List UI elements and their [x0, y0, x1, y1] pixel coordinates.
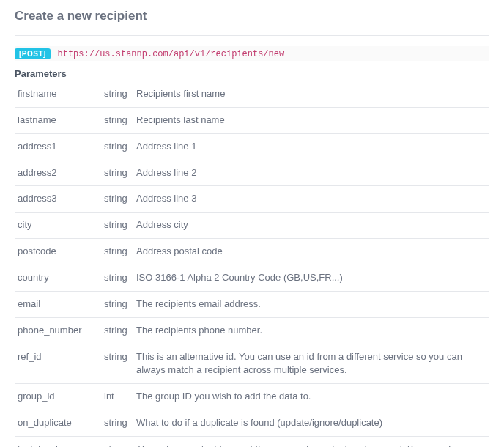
- table-row: group_idintThe group ID you wish to add …: [15, 384, 489, 410]
- param-name: country: [15, 265, 103, 291]
- param-description: Address city: [135, 213, 489, 239]
- param-name: email: [15, 291, 103, 317]
- param-name: lastname: [15, 107, 103, 133]
- param-description: This is an alternative id. You can use a…: [135, 344, 489, 384]
- method-badge: [POST]: [15, 48, 51, 59]
- divider: [15, 35, 489, 36]
- table-row: on_duplicatestringWhat to do if a duplic…: [15, 410, 489, 437]
- param-name: ref_id: [15, 344, 103, 384]
- param-type: string: [103, 160, 135, 186]
- page-heading: Create a new recipient: [15, 9, 489, 23]
- param-name: city: [15, 213, 103, 239]
- param-description: Recipients first name: [135, 81, 489, 108]
- param-type: string: [103, 213, 135, 239]
- param-description: What to do if a duplicate is found (upda…: [135, 410, 489, 437]
- parameters-table: firstnamestringRecipients first namelast…: [15, 81, 489, 447]
- param-description: Recipients last name: [135, 107, 489, 133]
- param-type: string: [103, 186, 135, 213]
- param-type: string: [103, 265, 135, 291]
- param-name: address3: [15, 186, 103, 213]
- table-row: firstnamestringRecipients first name: [15, 81, 489, 108]
- parameters-title: Parameters: [15, 68, 489, 79]
- param-description: Address line 2: [135, 160, 489, 186]
- param-name: group_id: [15, 384, 103, 410]
- table-row: address1stringAddress line 1: [15, 133, 489, 160]
- endpoint: [POST] https://us.stannp.com/api/v1/reci…: [15, 46, 489, 61]
- param-name: on_duplicate: [15, 410, 103, 437]
- param-type: string: [103, 436, 135, 447]
- table-row: phone_numberstringThe recipients phone n…: [15, 317, 489, 344]
- table-row: address3stringAddress line 3: [15, 186, 489, 213]
- table-row: emailstringThe recipients email address.: [15, 291, 489, 317]
- endpoint-url: https://us.stannp.com/api/v1/recipients/…: [58, 49, 285, 59]
- table-row: ref_idstringThis is an alternative id. Y…: [15, 344, 489, 384]
- param-description: Address line 1: [135, 133, 489, 160]
- param-type: string: [103, 291, 135, 317]
- param-type: string: [103, 239, 135, 265]
- table-row: address2stringAddress line 2: [15, 160, 489, 186]
- param-description: The group ID you wish to add the data to…: [135, 384, 489, 410]
- param-name: address1: [15, 133, 103, 160]
- param-description: Address postal code: [135, 239, 489, 265]
- param-description: ISO 3166-1 Alpha 2 Country Code (GB,US,F…: [135, 265, 489, 291]
- param-name: address2: [15, 160, 103, 186]
- table-row: postcodestringAddress postal code: [15, 239, 489, 265]
- param-name: firstname: [15, 81, 103, 108]
- param-description: The recipients email address.: [135, 291, 489, 317]
- param-type: string: [103, 317, 135, 344]
- param-name: phone_number: [15, 317, 103, 344]
- param-type: string: [103, 81, 135, 108]
- table-row: citystringAddress city: [15, 213, 489, 239]
- param-description: Address line 3: [135, 186, 489, 213]
- param-type: string: [103, 107, 135, 133]
- param-description: This is how we test to see if this recip…: [135, 436, 489, 447]
- param-type: string: [103, 410, 135, 437]
- param-type: string: [103, 133, 135, 160]
- table-row: lastnamestringRecipients last name: [15, 107, 489, 133]
- param-type: string: [103, 344, 135, 384]
- param-type: int: [103, 384, 135, 410]
- table-row: test_levelstringThis is how we test to s…: [15, 436, 489, 447]
- param-name: test_level: [15, 436, 103, 447]
- param-name: postcode: [15, 239, 103, 265]
- param-description: The recipients phone number.: [135, 317, 489, 344]
- table-row: countrystringISO 3166-1 Alpha 2 Country …: [15, 265, 489, 291]
